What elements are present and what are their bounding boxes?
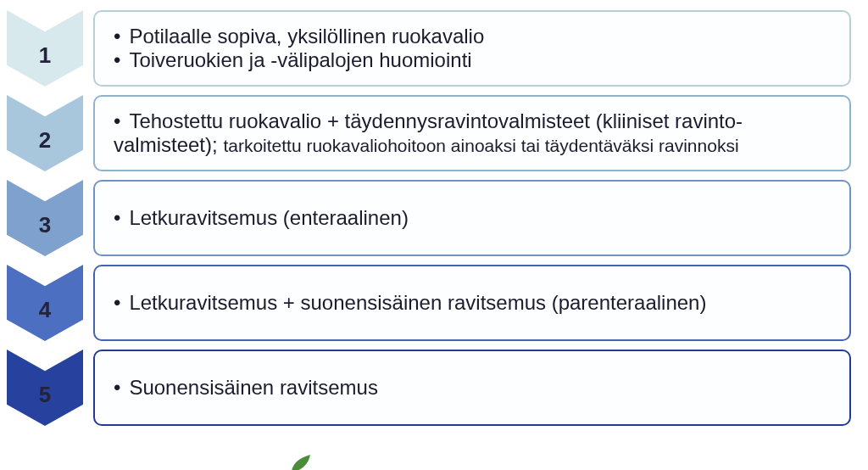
step-number: 2 <box>7 127 83 154</box>
step-items: Tehostettu ruokavalio + täydennysravinto… <box>114 109 831 157</box>
step-row-1: 1Potilaalle sopiva, yksilöllinen ruokava… <box>7 10 851 87</box>
step-item-secondary: tarkoitettu ruokavaliohoitoon ainoaksi t… <box>223 136 738 155</box>
step-item: Toiveruokien ja -välipalojen huomiointi <box>114 48 484 72</box>
chevron-step-4: 4 <box>7 265 83 341</box>
step-row-5: 5Suonensisäinen ravitsemus <box>7 350 851 426</box>
step-item: Suonensisäinen ravitsemus <box>114 376 378 400</box>
step-box-5: Suonensisäinen ravitsemus <box>93 350 851 426</box>
step-items: Letkuravitsemus (enteraalinen) <box>114 206 409 230</box>
step-item-text: Toiveruokien ja -välipalojen huomiointi <box>129 48 471 71</box>
step-box-2: Tehostettu ruokavalio + täydennysravinto… <box>93 95 851 171</box>
chevron-step-3: 3 <box>7 180 83 256</box>
step-number: 5 <box>7 382 83 408</box>
step-items: Potilaalle sopiva, yksilöllinen ruokaval… <box>114 25 484 72</box>
step-box-3: Letkuravitsemus (enteraalinen) <box>93 180 851 256</box>
nutrition-steps-diagram: 1Potilaalle sopiva, yksilöllinen ruokava… <box>7 10 851 426</box>
step-item-text: Suonensisäinen ravitsemus <box>129 376 378 399</box>
step-box-4: Letkuravitsemus + suonensisäinen ravitse… <box>93 265 851 341</box>
step-number: 1 <box>7 42 83 69</box>
step-row-4: 4Letkuravitsemus + suonensisäinen ravits… <box>7 265 851 341</box>
chevron-step-5: 5 <box>7 350 83 426</box>
step-item-text: Letkuravitsemus (enteraalinen) <box>129 206 409 229</box>
step-row-2: 2Tehostettu ruokavalio + täydennysravint… <box>7 95 851 171</box>
chevron-step-2: 2 <box>7 95 83 171</box>
step-number: 3 <box>7 212 83 238</box>
step-items: Suonensisäinen ravitsemus <box>114 376 378 400</box>
step-number: 4 <box>7 297 83 323</box>
step-item-text: Potilaalle sopiva, yksilöllinen ruokaval… <box>129 25 484 48</box>
step-item: Letkuravitsemus + suonensisäinen ravitse… <box>114 291 706 315</box>
step-items: Letkuravitsemus + suonensisäinen ravitse… <box>114 291 706 315</box>
chevron-step-1: 1 <box>7 10 83 87</box>
step-box-1: Potilaalle sopiva, yksilöllinen ruokaval… <box>93 10 851 87</box>
step-item: Tehostettu ruokavalio + täydennysravinto… <box>114 109 831 157</box>
step-row-3: 3Letkuravitsemus (enteraalinen) <box>7 180 851 256</box>
step-item: Potilaalle sopiva, yksilöllinen ruokaval… <box>114 25 484 48</box>
step-item-text: Letkuravitsemus + suonensisäinen ravitse… <box>129 291 706 314</box>
step-item: Letkuravitsemus (enteraalinen) <box>114 206 409 230</box>
